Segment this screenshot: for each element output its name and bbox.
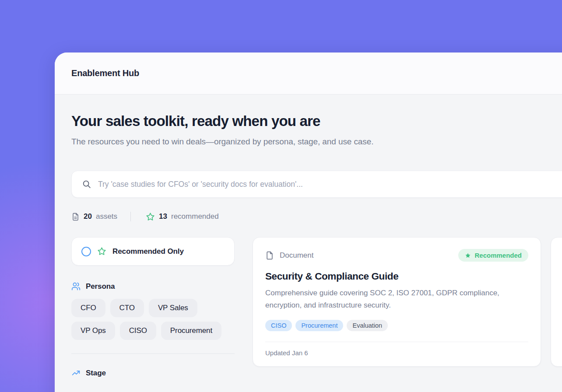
recommended-stat: 13 recommended: [146, 212, 219, 221]
persona-section-header: Persona: [71, 282, 235, 291]
radio-unchecked-icon[interactable]: [81, 247, 91, 256]
persona-chip-cto[interactable]: CTO: [110, 299, 144, 317]
assets-count: 20: [84, 212, 92, 221]
search-icon: [82, 179, 91, 189]
recommended-count: 13: [159, 212, 167, 221]
trending-up-icon: [71, 368, 81, 378]
card-description: Comprehensive guide covering SOC 2, ISO …: [265, 287, 523, 312]
persona-chip-cfo[interactable]: CFO: [71, 299, 105, 317]
card-tags: CISO Procurement Evaluation: [265, 320, 528, 331]
recommended-only-label: Recommended Only: [112, 247, 184, 256]
page-title: Your sales toolkit, ready when you are: [71, 113, 562, 130]
asset-card-clipped[interactable]: [551, 237, 562, 367]
tag-evaluation[interactable]: Evaluation: [347, 320, 388, 331]
assets-label: assets: [96, 212, 117, 221]
page-subtitle: The resources you need to win deals—orga…: [71, 133, 430, 150]
stage-section-title: Stage: [86, 369, 106, 378]
app-title: Enablement Hub: [71, 68, 139, 78]
persona-chip-procurement[interactable]: Procurement: [161, 322, 221, 340]
search-input[interactable]: [98, 180, 562, 189]
persona-chips: CFO CTO VP Sales VP Ops CISO Procurement: [71, 299, 235, 340]
assets-stat: 20 assets: [71, 212, 117, 221]
star-outline-icon: [97, 247, 106, 256]
card-type: Document: [265, 251, 313, 260]
star-outline-icon: [146, 212, 155, 221]
card-top-row: Document Recommended: [265, 249, 528, 262]
stats-row: 20 assets 13 recommended: [71, 212, 562, 221]
recommended-badge: Recommended: [458, 249, 528, 262]
persona-section-title: Persona: [86, 282, 115, 291]
recommended-badge-label: Recommended: [474, 252, 522, 259]
file-text-icon: [71, 213, 80, 221]
star-filled-icon: [465, 252, 471, 259]
tag-procurement[interactable]: Procurement: [295, 320, 343, 331]
filters-sidebar: Recommended Only Persona: [71, 237, 235, 378]
search-bar[interactable]: [71, 171, 562, 198]
file-icon: [265, 251, 274, 260]
card-title: Security & Compliance Guide: [265, 271, 528, 282]
asset-cards: Document Recommended: [253, 237, 562, 367]
users-icon: [71, 282, 81, 291]
persona-chip-ciso[interactable]: CISO: [120, 322, 156, 340]
desktop-background: Enablement Hub Your sales toolkit, ready…: [0, 0, 562, 392]
card-updated-date: Updated Jan 6: [265, 342, 528, 366]
window-header: Enablement Hub: [55, 52, 562, 94]
sidebar-divider: [71, 354, 235, 354]
persona-chip-vp-ops[interactable]: VP Ops: [71, 322, 115, 340]
recommended-only-toggle[interactable]: Recommended Only: [71, 237, 235, 266]
enablement-hub-window: Enablement Hub Your sales toolkit, ready…: [55, 52, 562, 392]
tag-ciso[interactable]: CISO: [265, 320, 292, 331]
stage-section-header: Stage: [71, 368, 235, 378]
recommended-label: recommended: [171, 212, 219, 221]
stats-divider: [130, 212, 131, 221]
main-grid: Recommended Only Persona: [71, 237, 562, 378]
card-type-label: Document: [280, 251, 313, 260]
persona-chip-vp-sales[interactable]: VP Sales: [149, 299, 197, 317]
asset-card-security-compliance-guide[interactable]: Document Recommended: [253, 237, 541, 367]
main-content: Your sales toolkit, ready when you are T…: [55, 113, 562, 378]
